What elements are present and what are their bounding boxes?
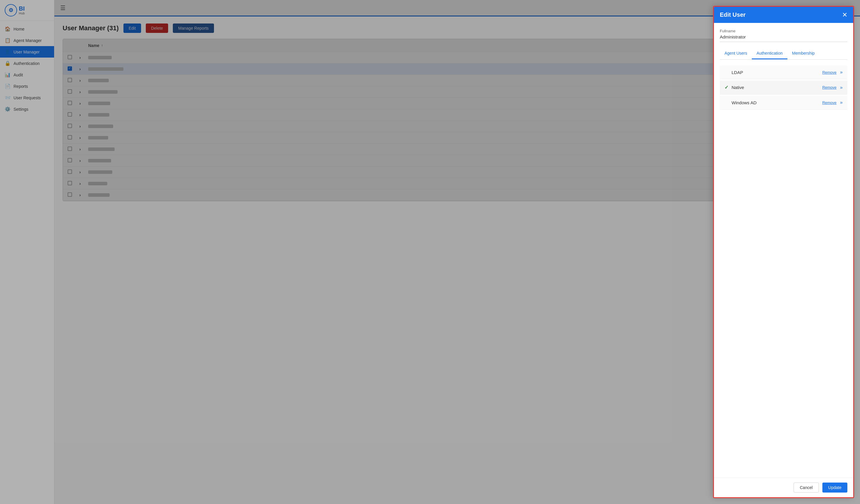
auth-name-native: Native [732,85,822,90]
auth-list: LDAP Remove » ✓ Native Remove » Windows … [720,65,847,109]
auth-remove-native[interactable]: Remove [822,85,836,90]
fullname-value: Administrator [720,34,847,42]
dialog-footer: Cancel Update [714,477,853,497]
modal-overlay: Edit User ✕ Fullname Administrator Agent… [0,0,860,504]
auth-item-native: ✓ Native Remove » [720,80,847,94]
dialog-header: Edit User ✕ [714,7,853,23]
tab-authentication[interactable]: Authentication [752,48,787,59]
tab-membership[interactable]: Membership [787,48,819,59]
dialog-close-button[interactable]: ✕ [842,12,847,18]
tab-authentication-label: Authentication [757,51,783,56]
cancel-button[interactable]: Cancel [793,483,819,492]
dialog-tabs: Agent Users Authentication Membership [720,48,847,60]
edit-user-dialog: Edit User ✕ Fullname Administrator Agent… [713,6,854,498]
auth-check-native: ✓ [725,85,732,90]
auth-expand-ldap[interactable]: » [840,70,843,75]
auth-item-windows-ad: Windows AD Remove » [720,96,847,109]
auth-remove-windows-ad[interactable]: Remove [822,101,836,105]
auth-expand-windows-ad[interactable]: » [840,100,843,105]
dialog-title: Edit User [720,12,746,18]
auth-name-windows-ad: Windows AD [732,100,822,105]
update-button[interactable]: Update [822,483,847,492]
dialog-body: Fullname Administrator Agent Users Authe… [714,23,853,477]
auth-name-ldap: LDAP [732,70,822,75]
tab-agent-users-label: Agent Users [725,51,747,56]
auth-item-ldap: LDAP Remove » [720,65,847,79]
tab-agent-users[interactable]: Agent Users [720,48,752,59]
auth-expand-native[interactable]: » [840,85,843,90]
fullname-label: Fullname [720,29,847,33]
auth-remove-ldap[interactable]: Remove [822,70,836,75]
tab-membership-label: Membership [792,51,815,56]
